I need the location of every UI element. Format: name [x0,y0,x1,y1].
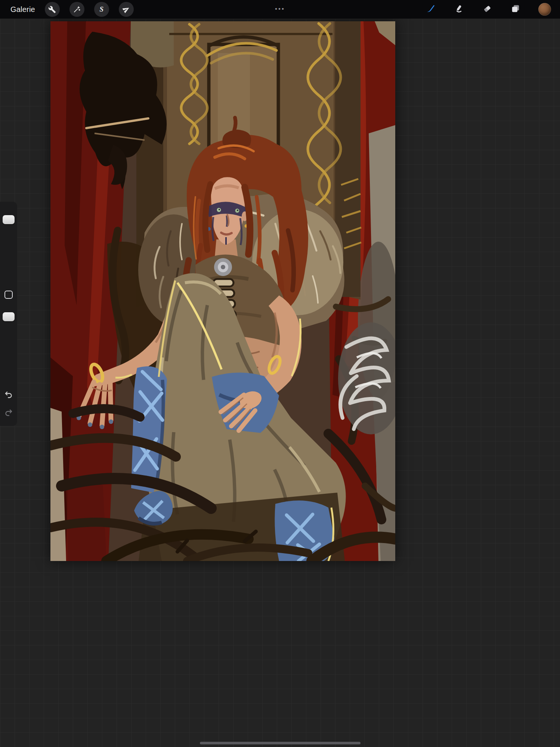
redo-button[interactable] [4,408,13,417]
smudge-button[interactable] [453,4,464,15]
modify-button[interactable] [4,291,13,299]
color-swatch[interactable] [538,3,551,16]
gallery-button[interactable]: Galerie [10,5,35,14]
transform-button[interactable] [119,2,134,17]
layers-icon [511,4,520,15]
transform-arrow-icon [123,6,130,13]
erase-button[interactable] [482,4,493,15]
redo-arrow-icon [4,412,13,418]
home-indicator[interactable] [200,742,361,744]
multitask-indicator[interactable]: ••• [275,6,285,12]
toolbar-right-group [425,0,551,19]
magic-wand-icon [73,6,81,13]
undo-button[interactable] [4,390,13,399]
layers-button[interactable] [510,4,521,15]
wrench-icon [48,6,56,13]
top-toolbar: Galerie S • [0,0,560,19]
paint-button[interactable] [425,4,436,15]
selection-button[interactable]: S [94,2,109,17]
eraser-icon [482,4,492,15]
smudge-finger-icon [454,4,464,15]
artwork-canvas[interactable] [50,21,395,561]
brush-size-slider[interactable] [3,215,15,224]
toolbar-left-group: Galerie S [0,2,134,17]
actions-button[interactable] [45,2,60,17]
procreate-screen: Galerie S • [0,0,560,747]
opacity-slider[interactable] [3,312,15,321]
adjustments-button[interactable] [69,2,84,17]
brush-icon [425,3,436,15]
canvas-container [50,21,395,561]
selection-s-icon: S [100,5,104,13]
undo-arrow-icon [4,394,13,400]
sidebar-panel [0,202,17,426]
